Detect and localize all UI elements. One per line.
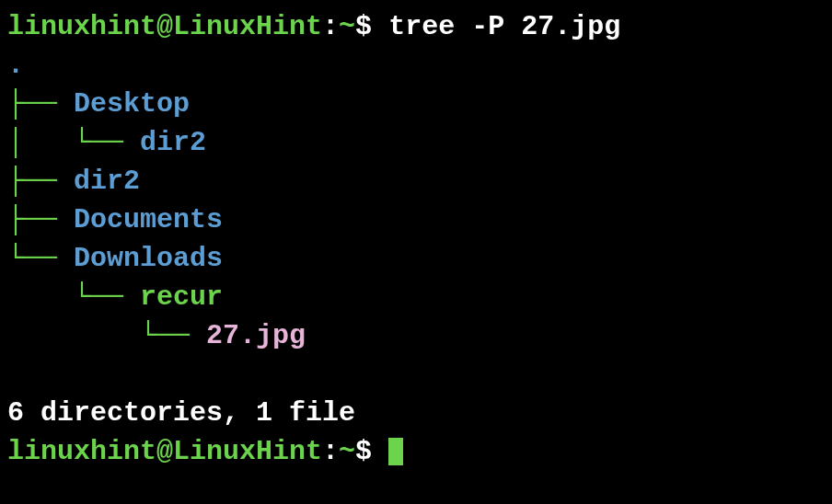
tree-output: ├── Desktop│ └── dir2├── dir2├── Documen… (7, 85, 825, 355)
blank-line (7, 355, 825, 394)
tree-line: │ └── dir2 (7, 123, 825, 162)
tree-root: . (7, 46, 825, 85)
tree-branch: └── (7, 243, 74, 274)
tree-branch: └── (7, 281, 140, 313)
summary-line: 6 directories, 1 file (7, 394, 825, 432)
tree-branch: │ └── (7, 127, 140, 158)
prompt-host: LinuxHint (173, 11, 322, 42)
tree-entry: Downloads (74, 243, 223, 274)
prompt-path: ~ (339, 11, 355, 42)
prompt-path-2: ~ (339, 436, 355, 467)
tree-entry: recur (140, 281, 223, 313)
tree-line: ├── Documents (7, 200, 825, 239)
summary-text: 6 directories, 1 file (7, 397, 355, 429)
prompt-colon-2: : (322, 436, 339, 467)
prompt-dollar: $ (355, 11, 388, 42)
tree-dot: . (7, 50, 24, 81)
prompt-host-2: LinuxHint (173, 436, 322, 467)
tree-entry: Desktop (74, 88, 190, 120)
prompt-user-2: linuxhint (7, 436, 156, 467)
prompt-at: @ (156, 11, 173, 42)
tree-branch: ├── (7, 88, 74, 120)
cursor (388, 438, 403, 465)
tree-entry: 27.jpg (206, 320, 306, 351)
tree-entry: dir2 (140, 127, 206, 158)
prompt-dollar-2: $ (355, 436, 388, 467)
tree-line: └── Downloads (7, 239, 825, 278)
tree-entry: dir2 (74, 166, 140, 197)
prompt-user: linuxhint (7, 11, 156, 42)
prompt-line-1[interactable]: linuxhint@LinuxHint:~$ tree -P 27.jpg (7, 7, 825, 46)
command-text: tree -P 27.jpg (388, 11, 620, 42)
prompt-at-2: @ (156, 436, 173, 467)
tree-branch: ├── (7, 204, 74, 235)
prompt-colon: : (322, 11, 339, 42)
tree-line: └── 27.jpg (7, 316, 825, 355)
tree-branch: ├── (7, 166, 74, 197)
tree-line: ├── Desktop (7, 85, 825, 123)
prompt-line-2[interactable]: linuxhint@LinuxHint:~$ (7, 432, 825, 471)
tree-entry: Documents (74, 204, 223, 235)
tree-line: └── recur (7, 278, 825, 316)
tree-line: ├── dir2 (7, 162, 825, 200)
tree-branch: └── (7, 320, 206, 351)
